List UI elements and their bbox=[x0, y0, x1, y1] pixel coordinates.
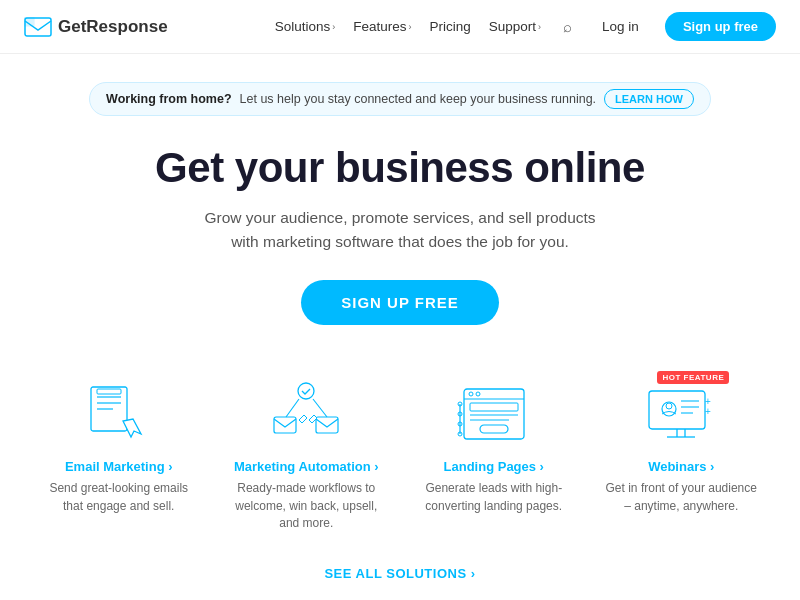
logo[interactable]: GetResponse bbox=[24, 17, 168, 37]
feature-email-marketing: Email Marketing › Send great-looking ema… bbox=[30, 371, 208, 540]
svg-rect-6 bbox=[97, 389, 121, 394]
hero-subtitle: Grow your audience, promote services, an… bbox=[190, 206, 610, 254]
nav-pricing[interactable]: Pricing bbox=[430, 19, 471, 34]
svg-point-7 bbox=[298, 383, 314, 399]
see-all-solutions-link[interactable]: SEE ALL SOLUTIONS › bbox=[324, 566, 475, 581]
svg-line-10 bbox=[286, 399, 299, 417]
landing-pages-title[interactable]: Landing Pages › bbox=[417, 459, 571, 474]
chevron-icon: › bbox=[538, 22, 541, 32]
banner-bold: Working from home? bbox=[106, 92, 231, 106]
svg-rect-9 bbox=[316, 417, 338, 433]
svg-point-15 bbox=[476, 392, 480, 396]
webinars-icon: HOT FEATURE + + bbox=[641, 379, 721, 449]
marketing-automation-desc: Ready-made workflows to welcome, win bac… bbox=[230, 480, 384, 532]
learn-how-button[interactable]: LEARN HOW bbox=[604, 89, 694, 109]
hero-title: Get your business online bbox=[20, 144, 780, 192]
marketing-automation-icon bbox=[266, 379, 346, 449]
svg-rect-12 bbox=[464, 389, 524, 439]
svg-rect-8 bbox=[274, 417, 296, 433]
chevron-icon: › bbox=[409, 22, 412, 32]
signup-button[interactable]: Sign up free bbox=[665, 12, 776, 41]
brand-name: GetResponse bbox=[58, 17, 168, 37]
feature-landing-pages: Landing Pages › Generate leads with high… bbox=[405, 371, 583, 540]
see-all-section: SEE ALL SOLUTIONS › bbox=[0, 551, 800, 589]
hot-feature-badge: HOT FEATURE bbox=[657, 371, 729, 384]
email-marketing-desc: Send great-looking emails that engage an… bbox=[42, 480, 196, 515]
svg-point-30 bbox=[666, 403, 672, 409]
announcement-banner: Working from home? Let us help you stay … bbox=[89, 82, 711, 116]
svg-rect-19 bbox=[480, 425, 508, 433]
email-marketing-title[interactable]: Email Marketing › bbox=[42, 459, 196, 474]
hero-cta-button[interactable]: SIGN UP FREE bbox=[301, 280, 499, 325]
nav-features[interactable]: Features › bbox=[353, 19, 411, 34]
svg-text:+: + bbox=[705, 406, 711, 417]
nav-solutions[interactable]: Solutions › bbox=[275, 19, 336, 34]
login-link[interactable]: Log in bbox=[602, 19, 639, 34]
svg-point-14 bbox=[469, 392, 473, 396]
svg-rect-16 bbox=[470, 403, 518, 411]
feature-webinars: HOT FEATURE + + Webinars › Get bbox=[593, 371, 771, 540]
marketing-automation-title[interactable]: Marketing Automation › bbox=[230, 459, 384, 474]
svg-rect-25 bbox=[649, 391, 705, 429]
webinars-desc: Get in front of your audience – anytime,… bbox=[605, 480, 759, 515]
logo-icon bbox=[24, 17, 52, 37]
landing-pages-desc: Generate leads with high-converting land… bbox=[417, 480, 571, 515]
chevron-icon: › bbox=[332, 22, 335, 32]
webinars-title[interactable]: Webinars › bbox=[605, 459, 759, 474]
email-marketing-icon bbox=[79, 379, 159, 449]
features-section: Email Marketing › Send great-looking ema… bbox=[10, 343, 790, 550]
banner-body: Let us help you stay connected and keep … bbox=[240, 92, 597, 106]
navbar: GetResponse Solutions › Features › Prici… bbox=[0, 0, 800, 54]
svg-line-11 bbox=[313, 399, 327, 417]
search-icon[interactable]: ⌕ bbox=[563, 18, 572, 35]
landing-pages-icon bbox=[454, 379, 534, 449]
nav-links: Solutions › Features › Pricing Support ›… bbox=[275, 12, 776, 41]
nav-support[interactable]: Support › bbox=[489, 19, 541, 34]
feature-marketing-automation: Marketing Automation › Ready-made workfl… bbox=[218, 371, 396, 540]
hero-section: Get your business online Grow your audie… bbox=[0, 116, 800, 343]
svg-rect-1 bbox=[24, 17, 34, 26]
